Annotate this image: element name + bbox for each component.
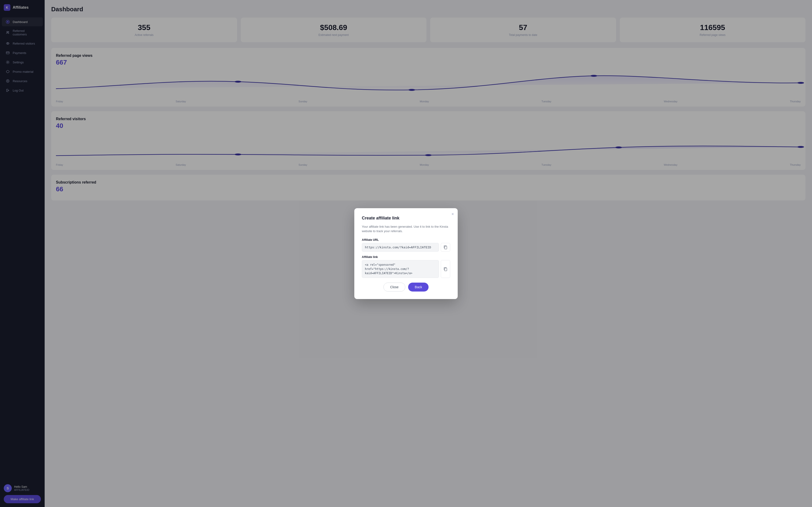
svg-rect-20 <box>445 268 447 271</box>
copy-icon-2 <box>443 267 448 271</box>
create-affiliate-link-modal: × Create affiliate link Your affiliate l… <box>354 208 458 299</box>
affiliate-link-textarea[interactable]: <a rel="sponsored" href="https://kinsta.… <box>362 260 439 278</box>
copy-url-button[interactable] <box>441 243 450 251</box>
affiliate-link-label: Affiliate link <box>362 256 450 259</box>
affiliate-url-row <box>362 243 450 251</box>
modal-overlay: × Create affiliate link Your affiliate l… <box>0 0 812 507</box>
close-button[interactable]: Close <box>384 283 406 291</box>
affiliate-link-row: <a rel="sponsored" href="https://kinsta.… <box>362 260 450 278</box>
back-button[interactable]: Back <box>408 283 428 291</box>
affiliate-url-field: Affiliate URL <box>362 238 450 251</box>
modal-close-button[interactable]: × <box>451 212 454 216</box>
modal-actions: Close Back <box>362 283 450 291</box>
affiliate-url-input[interactable] <box>362 243 439 251</box>
modal-description: Your affiliate link has been generated. … <box>362 224 450 233</box>
affiliate-url-label: Affiliate URL <box>362 238 450 241</box>
copy-icon <box>443 245 448 249</box>
affiliate-link-field: Affiliate link <a rel="sponsored" href="… <box>362 256 450 278</box>
copy-link-button[interactable] <box>441 260 450 278</box>
svg-rect-19 <box>445 246 447 249</box>
modal-title: Create affiliate link <box>362 216 450 221</box>
